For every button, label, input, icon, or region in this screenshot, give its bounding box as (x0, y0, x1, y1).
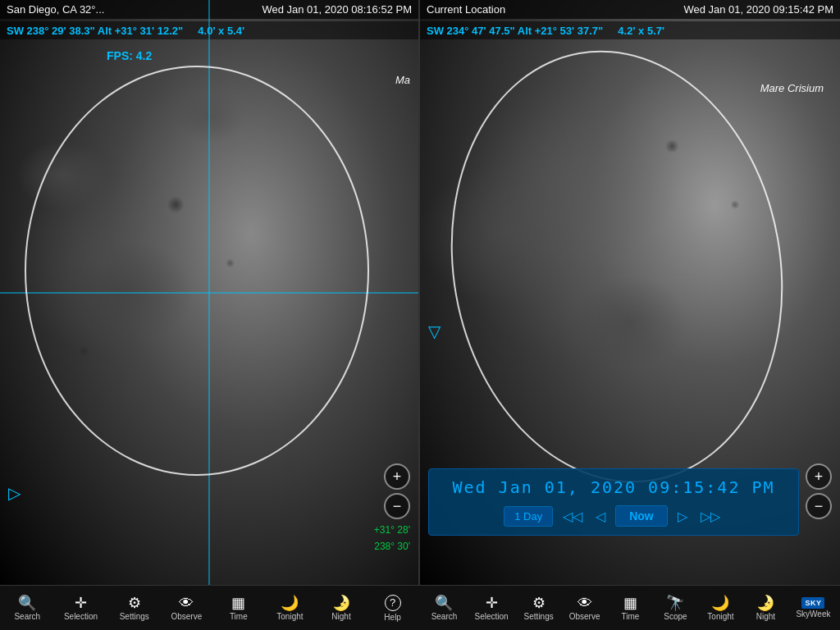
right-observe-label: Observe (569, 612, 600, 621)
selection-icon: ✛ (75, 596, 87, 610)
right-selection-icon: ✛ (486, 596, 498, 610)
step-back-fast[interactable]: ◁◁ (559, 507, 586, 526)
right-observe-icon: 👁 (578, 596, 592, 610)
observe-icon: 👁 (179, 596, 194, 610)
toolbar-right-settings[interactable]: ⚙ Settings (521, 594, 557, 623)
mare-label-left: Ma (395, 74, 410, 86)
time-display: Wed Jan 01, 2020 09:15:42 PM (437, 477, 790, 497)
toolbar-left-tonight[interactable]: 🌙 Tonight (272, 594, 308, 623)
right-location: Current Location (427, 3, 505, 16)
selection-ellipse-right (420, 24, 816, 509)
toolbar-left-observe[interactable]: 👁 Observe (167, 594, 205, 623)
left-header: San Diego, CA 32°... Wed Jan 01, 2020 08… (0, 0, 418, 19)
time-icon: ▦ (231, 596, 245, 610)
toolbar-left-help[interactable]: ? Help (375, 593, 411, 623)
time-dialog: Wed Jan 01, 2020 09:15:42 PM 1 Day ◁◁ ◁ … (428, 468, 799, 536)
toolbar-right-night[interactable]: 🌛 Night (747, 594, 783, 623)
skyweek-logo: SKY (801, 597, 824, 609)
right-header: Current Location Wed Jan 01, 2020 09:15:… (420, 0, 840, 19)
zoom-out-right[interactable]: − (806, 493, 832, 519)
nav-arrow-right: ▽ (428, 322, 441, 341)
left-panel: San Diego, CA 32°... Wed Jan 01, 2020 08… (0, 0, 420, 585)
skyweek-label: SkyWeek (796, 609, 830, 619)
right-coordinates-bar: SW 234° 47' 47.5" Alt +21° 53' 37.7" 4.2… (420, 21, 840, 39)
help-label: Help (384, 613, 401, 622)
zoom-out-left[interactable]: − (384, 493, 410, 519)
left-coordinates-bar: SW 238° 29' 38.3" Alt +31° 31' 12.2" 4.0… (0, 21, 418, 39)
settings-icon: ⚙ (128, 596, 141, 610)
right-night-label: Night (756, 612, 775, 621)
toolbar-left-selection[interactable]: ✛ Selection (61, 594, 101, 623)
left-moon-view[interactable]: San Diego, CA 32°... Wed Jan 01, 2020 08… (0, 0, 418, 585)
bottom-coord-2: 238° 30' (374, 541, 410, 552)
toolbar-left-time[interactable]: ▦ Time (221, 594, 257, 623)
left-datetime: Wed Jan 01, 2020 08:16:52 PM (262, 3, 412, 16)
toolbar-right-scope[interactable]: 🔭 Scope (657, 594, 693, 623)
zoom-controls-right: + − (806, 463, 832, 519)
settings-label: Settings (120, 612, 149, 621)
right-datetime: Wed Jan 01, 2020 09:15:42 PM (683, 3, 833, 16)
tonight-label: Tonight (276, 612, 303, 621)
mare-label-right: Mare Crisium (760, 82, 824, 94)
now-button[interactable]: Now (615, 505, 668, 527)
search-label: Search (14, 612, 40, 621)
toolbar-right-search[interactable]: 🔍 Search (426, 594, 462, 623)
right-search-icon: 🔍 (435, 596, 453, 610)
nav-arrow-left: ▷ (8, 483, 21, 503)
zoom-in-right[interactable]: + (806, 463, 832, 490)
right-search-label: Search (431, 612, 458, 621)
time-preset-1day[interactable]: 1 Day (504, 506, 553, 527)
left-location: San Diego, CA 32°... (7, 3, 104, 16)
toolbar-left-night[interactable]: 🌛 Night (323, 594, 359, 623)
help-icon: ? (385, 595, 401, 611)
right-night-icon: 🌛 (756, 596, 774, 610)
right-time-label: Time (622, 612, 640, 621)
toolbar-right-observe[interactable]: 👁 Observe (566, 594, 604, 623)
right-tonight-icon: 🌙 (711, 596, 729, 610)
crosshair-horizontal (0, 292, 418, 293)
selection-ellipse-left (25, 66, 369, 476)
toolbar-right-skyweek[interactable]: SKY SkyWeek (792, 596, 833, 620)
toolbar-left: 🔍 Search ✛ Selection ⚙ Settings 👁 Observ… (0, 585, 420, 630)
step-back[interactable]: ◁ (592, 507, 609, 526)
fps-display: FPS: 4.2 (107, 49, 152, 62)
right-settings-icon: ⚙ (532, 596, 546, 610)
right-settings-label: Settings (524, 612, 554, 621)
crosshair (0, 0, 418, 585)
scope-label: Scope (664, 612, 687, 621)
step-forward-fast[interactable]: ▷▷ (697, 507, 724, 526)
right-coord-text: SW 234° 47' 47.5" Alt +21° 53' 37.7" 4.2… (427, 25, 664, 37)
left-coord-text: SW 238° 29' 38.3" Alt +31° 31' 12.2" 4.0… (7, 25, 244, 37)
step-forward[interactable]: ▷ (674, 507, 691, 526)
zoom-controls-left: + − (384, 463, 410, 519)
bottom-coord-1: +31° 28' (374, 524, 410, 536)
toolbar-right-tonight[interactable]: 🌙 Tonight (702, 594, 738, 623)
toolbar-right: 🔍 Search ✛ Selection ⚙ Settings 👁 Observ… (420, 585, 840, 630)
crosshair-vertical (209, 0, 210, 585)
toolbars: 🔍 Search ✛ Selection ⚙ Settings 👁 Observ… (0, 585, 840, 630)
time-controls: 1 Day ◁◁ ◁ Now ▷ ▷▷ (437, 505, 790, 527)
toolbar-left-search[interactable]: 🔍 Search (9, 594, 45, 623)
right-panel: Current Location Wed Jan 01, 2020 09:15:… (420, 0, 840, 585)
scope-icon: 🔭 (666, 596, 684, 610)
toolbar-right-time[interactable]: ▦ Time (613, 594, 649, 623)
right-selection-label: Selection (474, 612, 508, 621)
toolbar-right-selection[interactable]: ✛ Selection (471, 594, 511, 623)
right-time-icon: ▦ (623, 596, 637, 610)
toolbar-left-settings[interactable]: ⚙ Settings (116, 594, 153, 623)
night-label: Night (331, 612, 350, 621)
right-tonight-label: Tonight (707, 612, 733, 621)
selection-label: Selection (64, 612, 98, 621)
right-moon-view[interactable]: Current Location Wed Jan 01, 2020 09:15:… (420, 0, 840, 585)
search-icon: 🔍 (18, 596, 36, 610)
zoom-in-left[interactable]: + (384, 463, 410, 490)
time-label: Time (230, 612, 248, 621)
night-icon: 🌛 (332, 596, 350, 610)
tonight-icon: 🌙 (281, 596, 299, 610)
observe-label: Observe (171, 612, 202, 621)
